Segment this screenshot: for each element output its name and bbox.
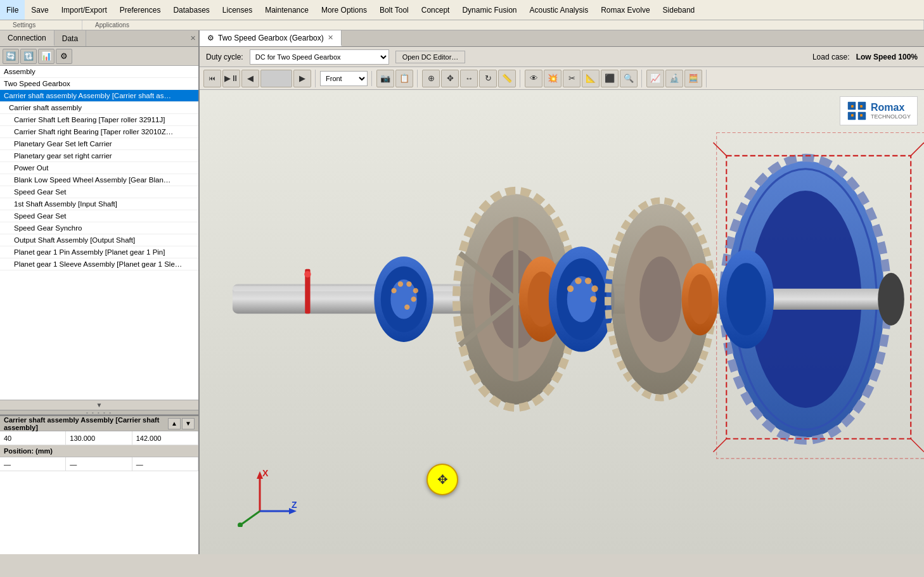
tree-item-power-out[interactable]: Power Out (0, 162, 198, 174)
zoom-button[interactable]: 🔍 (620, 70, 638, 87)
svg-point-34 (575, 277, 581, 284)
gearbox-view-tab[interactable]: ⚙ Two Speed Gearbox (Gearbox) ✕ (200, 30, 342, 46)
display-button[interactable]: ⬛ (601, 70, 619, 87)
screenshot-button[interactable]: 📷 (376, 70, 394, 87)
svg-line-64 (242, 511, 260, 524)
copy-view-button[interactable]: 📋 (395, 70, 413, 87)
tree-item-carrier-shaft[interactable]: Carrier shaft assembly (0, 102, 198, 114)
right-area: ⚙ Two Speed Gearbox (Gearbox) ✕ Duty cyc… (200, 30, 924, 554)
tree-item-output-shaft[interactable]: Output Shaft Assembly [Output Shaft] (0, 234, 198, 246)
analysis-button[interactable]: 🔬 (665, 70, 683, 87)
tree-item-planetary-left[interactable]: Planetary Gear Set left Carrier (0, 138, 198, 150)
tree-item-input-shaft[interactable]: 1st Shaft Assembly [Input Shaft] (0, 198, 198, 210)
section-applications: Applications (82, 20, 924, 30)
bottom-panel-collapse[interactable]: ▲ (168, 418, 181, 429)
load-case-value: Low Speed 100% (856, 53, 918, 61)
bottom-field-row1: 40 130.000 142.000 (0, 431, 198, 445)
view-direction-group: Front Back Left Right Top Bottom Isometr… (320, 71, 372, 86)
settings-button[interactable]: ⚙ (56, 49, 72, 64)
clip-button[interactable]: 📐 (582, 70, 600, 87)
svg-point-18 (413, 288, 418, 293)
tree-item-planet-pin[interactable]: Planet gear 1 Pin Assembly [Planet gear … (0, 246, 198, 258)
menu-databases[interactable]: Databases (167, 0, 215, 20)
svg-point-35 (585, 277, 591, 284)
refresh-button[interactable]: 🔄 (3, 49, 19, 64)
close-left-panel[interactable]: ✕ (190, 34, 196, 42)
tree-item-planetary-right[interactable]: Planetary gear set right carrier (0, 150, 198, 162)
chart-button[interactable]: 📊 (38, 49, 55, 64)
gearbox-tab-close[interactable]: ✕ (328, 34, 333, 42)
left-bottom-panel: Carrier shaft assembly Assembly [Carrier… (0, 415, 198, 554)
section-settings: Settings (0, 20, 82, 30)
frame-slider[interactable] (260, 70, 292, 87)
tree-item-left-bearing[interactable]: Carrier Shaft Left Bearing [Taper roller… (0, 114, 198, 126)
tree-item-gearbox[interactable]: Two Speed Gearbox (0, 78, 198, 90)
svg-text:Z: Z (292, 500, 297, 510)
graph-button[interactable]: 📈 (646, 70, 664, 87)
view-direction-select[interactable]: Front Back Left Right Top Bottom Isometr… (320, 71, 368, 86)
next-frame-button[interactable]: ▶ (293, 70, 311, 87)
menu-file[interactable]: File (0, 0, 25, 20)
tree-item-assembly[interactable]: Assembly (0, 66, 198, 78)
menu-bolt-tool[interactable]: Bolt Tool (373, 0, 415, 20)
selection-tools: ⊕ ✥ ↔ ↻ 📏 (422, 70, 520, 87)
svg-point-57 (726, 263, 766, 335)
prev-frame-button[interactable]: ◀ (241, 70, 259, 87)
resize-handle[interactable]: • • • • • (0, 410, 198, 415)
rotate-button[interactable]: ↻ (479, 70, 497, 87)
tree-item-planet-sleeve[interactable]: Planet gear 1 Sleeve Assembly [Planet ge… (0, 258, 198, 270)
svg-point-41 (639, 257, 682, 342)
svg-line-49 (713, 439, 726, 452)
view-controls: 📷 📋 (376, 70, 418, 87)
svg-point-55 (688, 274, 712, 324)
menu-save[interactable]: Save (25, 0, 55, 20)
gearbox-tab-icon: ⚙ (207, 34, 214, 42)
menu-dynamic-fusion[interactable]: Dynamic Fusion (456, 0, 523, 20)
tab-connection[interactable]: Connection (0, 30, 55, 46)
scroll-indicator: ▼ (0, 400, 198, 410)
section-button[interactable]: ✂ (563, 70, 581, 87)
play-pause-button[interactable]: ▶⏸ (222, 70, 240, 87)
3d-viewport[interactable]: Romax TECHNOLOGY (200, 90, 924, 554)
visibility-button[interactable]: 👁 (525, 70, 542, 87)
open-dc-editor-button[interactable]: Open DC Editor… (395, 51, 466, 63)
tree-item-speed-gear2[interactable]: Speed Gear Set (0, 210, 198, 222)
left-panel-tabs: Connection Data ✕ (0, 30, 198, 47)
view-tab-bar: ⚙ Two Speed Gearbox (Gearbox) ✕ (200, 30, 924, 47)
menu-romax-evolve[interactable]: Romax Evolve (594, 0, 656, 20)
sync-button[interactable]: 🔃 (20, 49, 37, 64)
menu-import-export[interactable]: Import/Export (55, 0, 113, 20)
menubar: File Save Import/Export Preferences Data… (0, 0, 924, 20)
cursor-button[interactable]: ✥ (441, 70, 459, 87)
tree-item-right-bearing[interactable]: Carrier Shaft right Bearing [Taper rolle… (0, 126, 198, 138)
tree-item-blank-low-speed[interactable]: Blank Low Speed Wheel Assembly [Gear Bla… (0, 174, 198, 186)
axis-indicator: X Z (234, 464, 298, 529)
component-tree[interactable]: Assembly Two Speed Gearbox Carrier shaft… (0, 66, 198, 400)
measure-button[interactable]: 📏 (498, 70, 516, 87)
svg-line-47 (713, 143, 726, 156)
menu-preferences[interactable]: Preferences (113, 0, 167, 20)
menu-more-options[interactable]: More Options (315, 0, 373, 20)
translate-button[interactable]: ↔ (460, 70, 478, 87)
select-target-button[interactable]: ⊕ (422, 70, 440, 87)
view-toolbar: ⏮ ▶⏸ ◀ ▶ Front Back Left Right Top Botto… (200, 67, 924, 90)
menu-sideband[interactable]: Sideband (657, 0, 702, 20)
move-cursor-indicator: ✥ (427, 464, 458, 495)
tab-data[interactable]: Data (55, 30, 86, 46)
tree-item-speed-gear[interactable]: Speed Gear Set (0, 186, 198, 198)
calculator-button[interactable]: 🧮 (684, 70, 702, 87)
explode-button[interactable]: 💥 (544, 70, 561, 87)
menu-acoustic-analysis[interactable]: Acoustic Analysis (523, 0, 594, 20)
menu-concept[interactable]: Concept (415, 0, 456, 20)
bottom-field-val1: 40 (0, 431, 66, 445)
menu-licenses[interactable]: Licenses (216, 0, 259, 20)
duty-cycle-select[interactable]: DC for Two Speed Gearbox (250, 49, 389, 65)
pos-y: — (66, 457, 132, 471)
bottom-panel-expand[interactable]: ▼ (182, 418, 195, 429)
main-layout: Connection Data ✕ 🔄 🔃 📊 ⚙ Assembly Two S… (0, 30, 924, 554)
menu-maintenance[interactable]: Maintenance (259, 0, 315, 20)
step-begin-button[interactable]: ⏮ (203, 70, 221, 87)
tree-item-synchro[interactable]: Speed Gear Synchro (0, 222, 198, 234)
gearbox-tab-label: Two Speed Gearbox (Gearbox) (218, 34, 324, 42)
tree-item-carrier-assembly[interactable]: Carrier shaft assembly Assembly [Carrier… (0, 90, 198, 102)
